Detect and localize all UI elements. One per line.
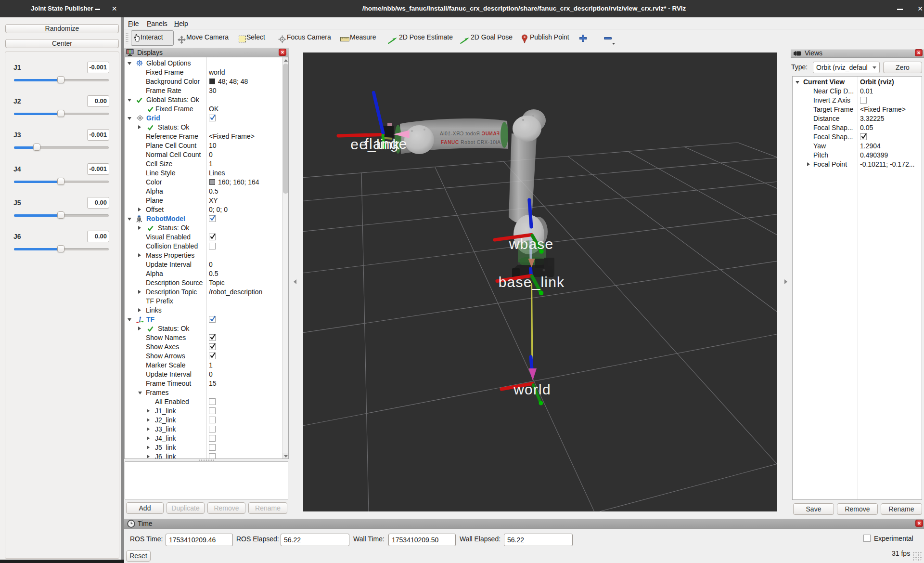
svg-text:world: world <box>513 381 551 397</box>
svg-text:flange: flange <box>365 136 408 152</box>
svg-text:base_link: base_link <box>499 274 565 290</box>
svg-text:FANUC Robot CRX-10iA: FANUC Robot CRX-10iA <box>440 131 500 136</box>
svg-text:wbase: wbase <box>509 236 554 252</box>
svg-text:FANUC Robot CRX-10iA: FANUC Robot CRX-10iA <box>441 140 500 145</box>
